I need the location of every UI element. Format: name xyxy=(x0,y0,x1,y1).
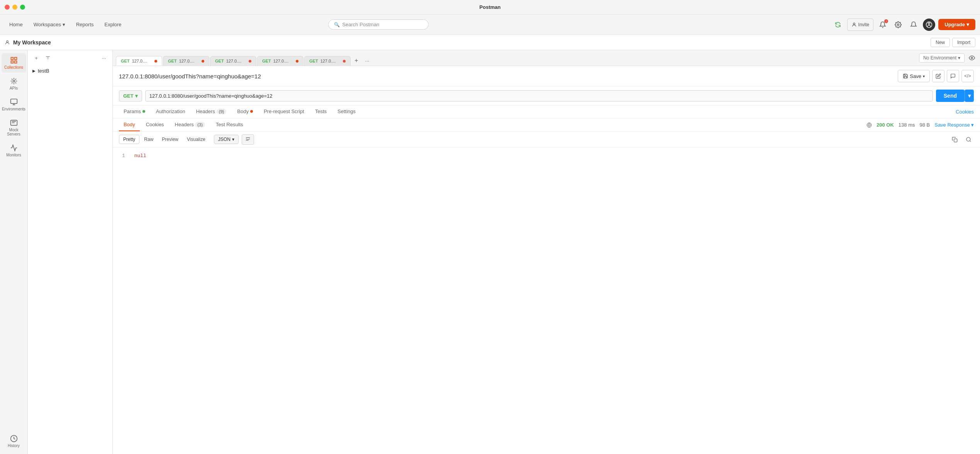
minimize-button[interactable] xyxy=(12,5,17,10)
notifications-btn[interactable]: 1 xyxy=(877,19,889,31)
response-body: 1 null xyxy=(113,147,980,454)
sidebar-label-monitors: Monitors xyxy=(6,153,21,157)
add-collection-btn[interactable]: + xyxy=(32,53,41,63)
workspace-actions: New Import xyxy=(931,38,975,47)
method-select[interactable]: GET ▾ xyxy=(119,90,142,102)
svg-line-23 xyxy=(970,141,971,142)
nav-right: Invite 1 Upgrade ▾ xyxy=(832,19,975,31)
svg-point-0 xyxy=(853,23,855,25)
tab-dot-4 xyxy=(296,60,298,63)
sidebar-item-history[interactable]: History xyxy=(2,432,26,451)
save-response-btn[interactable]: Save Response ▾ xyxy=(934,122,974,128)
sidebar-item-apis[interactable]: APIs xyxy=(2,74,26,93)
eye-btn[interactable] xyxy=(967,53,977,63)
format-visualize-btn[interactable]: Visualize xyxy=(183,135,209,144)
env-select[interactable]: No Environment ▾ xyxy=(919,53,965,63)
filter-btn[interactable] xyxy=(43,53,53,63)
wrap-btn[interactable] xyxy=(242,134,254,145)
more-options-btn[interactable]: ··· xyxy=(99,53,109,63)
req-tab-headers[interactable]: Headers (9) xyxy=(192,105,231,118)
tab-1[interactable]: GET 127.0.... xyxy=(116,56,162,66)
maximize-button[interactable] xyxy=(20,5,25,10)
nav-explore[interactable]: Explore xyxy=(100,19,126,30)
status-size: 98 B xyxy=(919,122,930,128)
req-tab-tests[interactable]: Tests xyxy=(310,105,331,118)
body-dot xyxy=(250,110,253,113)
sidebar-label-environments: Environments xyxy=(2,107,25,111)
new-button[interactable]: New xyxy=(931,38,950,47)
save-button[interactable]: Save ▾ xyxy=(898,70,930,82)
sidebar-label-apis: APIs xyxy=(10,86,18,90)
copy-btn[interactable] xyxy=(949,134,960,145)
search-placeholder: Search Postman xyxy=(342,22,379,27)
response-line-1: 1 null xyxy=(122,152,971,160)
request-url-bar: 127.0.0.1:8080/user/goodThis?name=qinghu… xyxy=(113,66,980,86)
resp-toolbar-right xyxy=(949,134,974,145)
request-url-actions: Save ▾ </> xyxy=(898,70,974,82)
cookies-link[interactable]: Cookies xyxy=(956,109,974,115)
comment-icon-btn[interactable] xyxy=(947,70,959,82)
send-dropdown-btn[interactable]: ▾ xyxy=(965,90,974,102)
app-title: Postman xyxy=(480,4,501,10)
tab-method-1: GET xyxy=(121,59,130,63)
sidebar-item-environments[interactable]: Environments xyxy=(2,95,26,114)
req-tab-pre-request[interactable]: Pre-request Script xyxy=(259,105,309,118)
avatar-btn[interactable] xyxy=(923,19,935,31)
headers-resp-badge: (3) xyxy=(195,122,205,127)
status-ok: 200 OK xyxy=(877,122,894,128)
svg-rect-21 xyxy=(954,139,957,142)
sidebar-item-mock-servers[interactable]: Mock Servers xyxy=(2,116,26,139)
resp-tab-test-results[interactable]: Test Results xyxy=(211,119,248,131)
nav-reports[interactable]: Reports xyxy=(71,19,98,30)
req-tab-body[interactable]: Body xyxy=(232,105,258,118)
tab-3[interactable]: GET 127.0.... xyxy=(210,56,256,66)
search-bar[interactable]: 🔍 Search Postman xyxy=(328,19,429,30)
sidebar-item-monitors[interactable]: Monitors xyxy=(2,141,26,160)
add-tab-btn[interactable]: + xyxy=(351,56,361,66)
settings-btn[interactable] xyxy=(892,19,904,31)
req-tab-authorization[interactable]: Authorization xyxy=(151,105,190,118)
sidebar-label-collections: Collections xyxy=(4,65,23,69)
sidebar-panel: + ··· ▶ testB xyxy=(28,50,113,454)
sync-icon-btn[interactable] xyxy=(832,19,844,31)
close-button[interactable] xyxy=(5,5,10,10)
edit-icon-btn[interactable] xyxy=(932,70,944,82)
import-button[interactable]: Import xyxy=(952,38,975,47)
format-raw-btn[interactable]: Raw xyxy=(140,135,157,144)
upgrade-button[interactable]: Upgrade ▾ xyxy=(938,19,975,30)
topnav: Home Workspaces ▾ Reports Explore 🔍 Sear… xyxy=(0,15,980,35)
tab-4[interactable]: GET 127.0.... xyxy=(257,56,303,66)
bell-btn[interactable] xyxy=(907,19,920,31)
workspace-bar: My Workspace New Import xyxy=(0,35,980,50)
collection-testB[interactable]: ▶ testB xyxy=(28,66,112,76)
json-format-select[interactable]: JSON ▾ xyxy=(214,135,239,144)
req-tab-settings[interactable]: Settings xyxy=(333,105,360,118)
null-value: null xyxy=(134,153,146,159)
format-preview-btn[interactable]: Preview xyxy=(158,135,182,144)
nav-workspaces[interactable]: Workspaces ▾ xyxy=(29,19,70,30)
resp-tab-headers[interactable]: Headers (3) xyxy=(170,119,210,131)
main-layout: Collections APIs Environments Mock Serve… xyxy=(0,50,980,454)
more-tabs-btn[interactable]: ··· xyxy=(362,56,372,66)
status-time: 138 ms xyxy=(899,122,915,128)
request-tabs: Params Authorization Headers (9) Body Pr… xyxy=(113,105,980,119)
tab-5[interactable]: GET 127.0.... xyxy=(304,56,351,66)
sidebar-item-collections[interactable]: Collections xyxy=(2,53,26,73)
tab-dot-1 xyxy=(154,60,157,63)
tab-2[interactable]: GET 127.0.... xyxy=(163,56,209,66)
nav-home[interactable]: Home xyxy=(5,19,27,30)
req-tab-params[interactable]: Params xyxy=(119,105,150,118)
svg-point-4 xyxy=(7,41,8,42)
search-response-btn[interactable] xyxy=(963,134,974,145)
code-icon-btn[interactable]: </> xyxy=(961,70,974,82)
url-input[interactable] xyxy=(145,90,933,102)
resp-tab-body[interactable]: Body xyxy=(119,119,140,131)
invite-btn[interactable]: Invite xyxy=(847,19,874,31)
tab-url-1: 127.0.... xyxy=(132,59,152,63)
resp-tab-cookies[interactable]: Cookies xyxy=(141,119,169,131)
user-icon xyxy=(5,40,10,45)
invite-label: Invite xyxy=(858,22,870,27)
request-input-row: GET ▾ Send ▾ xyxy=(113,86,980,105)
format-pretty-btn[interactable]: Pretty xyxy=(119,135,139,144)
send-button[interactable]: Send xyxy=(936,90,965,102)
